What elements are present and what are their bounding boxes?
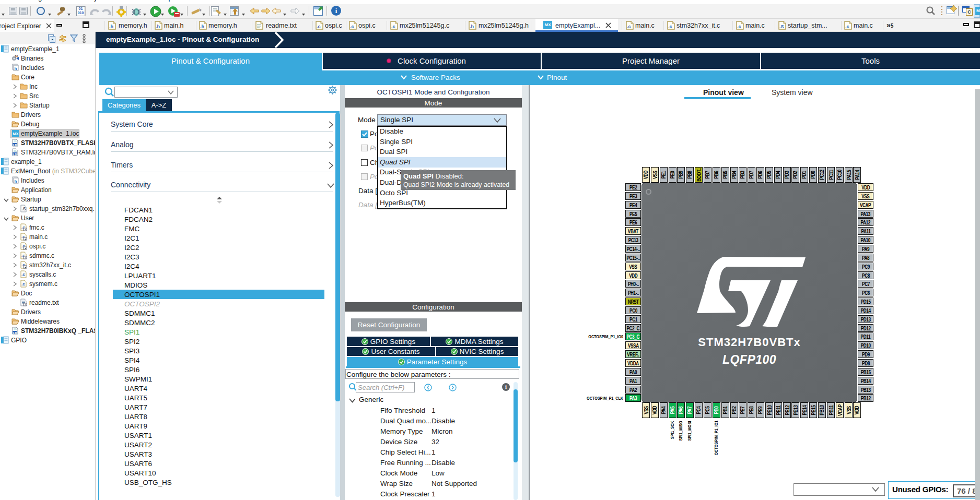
svg-text:.c: .c [317,24,321,29]
svg-text:.S: .S [22,206,26,211]
svg-text:.c: .c [737,24,741,29]
svg-text:.h: .h [470,24,474,29]
svg-text:.c: .c [627,24,631,29]
svg-text:.c: .c [350,24,354,29]
svg-text:.c: .c [845,24,849,29]
svg-text:.c: .c [391,24,395,29]
svg-text:.c: .c [21,272,25,277]
svg-text:.h: .h [200,24,204,29]
svg-text:LD: LD [13,331,18,335]
svg-text:MX: MX [13,132,18,136]
svg-text:.h: .h [156,24,160,29]
svg-text:.c: .c [668,24,672,29]
svg-text:LD: LD [13,153,18,156]
svg-text:LD: LD [13,144,18,147]
svg-text:.S: .S [779,24,784,29]
svg-text:.h: .h [109,24,113,29]
svg-text:.c: .c [21,281,25,287]
svg-text:h: h [15,66,17,71]
svg-text:h: h [15,179,17,184]
